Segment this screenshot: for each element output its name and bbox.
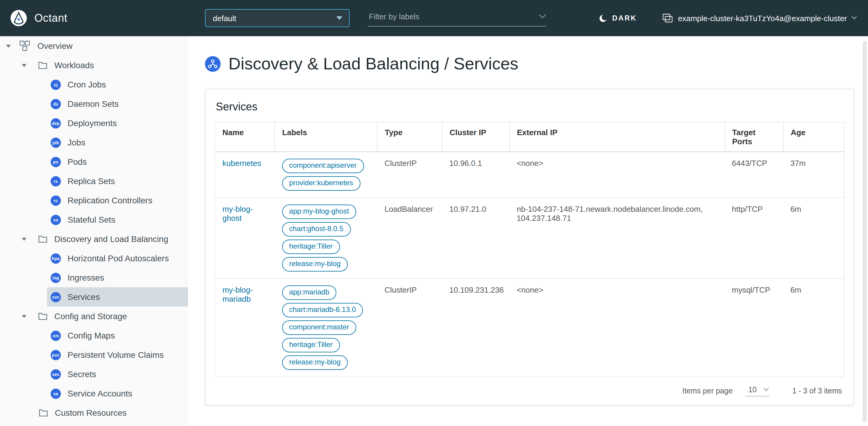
- services-card: Services Name Labels Type Cluster IP Ext…: [205, 89, 854, 405]
- label-badge[interactable]: release:my-blog: [282, 356, 348, 370]
- cell-target-ports: http/TCP: [724, 198, 783, 279]
- folder-icon: [38, 61, 48, 69]
- page-header: Discovery & Load Balancing / Services: [205, 54, 854, 74]
- column-header-cluster-ip: Cluster IP: [442, 122, 509, 152]
- sidebar-group-workloads[interactable]: Workloads: [0, 56, 188, 75]
- theme-toggle-button[interactable]: DARK: [595, 13, 641, 23]
- items-per-page-select[interactable]: 10: [746, 386, 770, 396]
- sidebar-item-deployments[interactable]: dep Deployments: [47, 113, 188, 133]
- label-badge[interactable]: heritage:Tiller: [282, 239, 340, 254]
- label-filter-input[interactable]: [368, 11, 535, 22]
- folder-icon: [38, 408, 48, 417]
- sidebar-item-label: Replication Controllers: [67, 196, 153, 205]
- replication-controller-icon: rc: [51, 195, 61, 205]
- sidebar-navigation: Overview Workloads cj Cron Jobs ds Daemo…: [0, 36, 188, 426]
- table-row: kubernetes component:apiserver provider:…: [215, 152, 844, 198]
- cell-type: LoadBalancer: [377, 198, 442, 279]
- sidebar-item-replication-controllers[interactable]: rc Replication Controllers: [47, 191, 188, 210]
- chevron-down-icon[interactable]: [539, 11, 546, 18]
- job-icon: job: [51, 137, 61, 147]
- collapse-chevron-icon[interactable]: [22, 237, 27, 240]
- sidebar-item-cron-jobs[interactable]: cj Cron Jobs: [47, 75, 188, 94]
- sidebar-item-label: Stateful Sets: [67, 215, 116, 224]
- label-badge[interactable]: component:master: [282, 320, 356, 335]
- label-badge[interactable]: heritage:Tiller: [282, 338, 340, 352]
- folder-icon: [38, 312, 48, 320]
- column-header-labels: Labels: [275, 122, 377, 152]
- table-header-row: Name Labels Type Cluster IP External IP …: [215, 122, 844, 152]
- sidebar-item-service-accounts[interactable]: sa Service Accounts: [47, 384, 188, 403]
- sidebar-item-pods[interactable]: po Pods: [47, 152, 188, 171]
- namespace-select[interactable]: default: [205, 9, 350, 27]
- octant-app-window: Octant default DARK: [0, 0, 868, 426]
- cell-target-ports: mysql/TCP: [724, 279, 783, 377]
- cell-cluster-ip: 10.97.21.0: [442, 198, 509, 279]
- sidebar-item-label: Persistent Volume Claims: [67, 350, 164, 360]
- sidebar-group-custom-resources[interactable]: Custom Resources: [0, 403, 188, 422]
- table-row: my-blog-mariadb app:mariadb chart:mariad…: [215, 279, 844, 377]
- sidebar-item-ingresses[interactable]: ing Ingresses: [47, 268, 188, 287]
- cell-cluster-ip: 10.109.231.236: [442, 279, 509, 377]
- sidebar-item-jobs[interactable]: job Jobs: [47, 133, 188, 152]
- service-link[interactable]: my-blog-ghost: [222, 204, 253, 223]
- sidebar-item-label: Jobs: [67, 138, 85, 147]
- service-icon: svc: [51, 292, 61, 302]
- sidebar-item-daemon-sets[interactable]: ds Daemon Sets: [47, 94, 188, 113]
- sidebar-item-label: Custom Resources: [55, 408, 127, 418]
- cell-cluster-ip: 10.96.0.1: [442, 152, 509, 198]
- services-table: Name Labels Type Cluster IP External IP …: [215, 122, 844, 377]
- label-badge[interactable]: chart:ghost-8.0.5: [282, 222, 350, 236]
- cluster-icon: [662, 13, 673, 23]
- sidebar-item-label: Cron Jobs: [67, 80, 106, 89]
- sidebar-item-label: Daemon Sets: [67, 99, 119, 109]
- collapse-chevron-icon[interactable]: [22, 64, 27, 67]
- sidebar-item-label: Deployments: [67, 118, 117, 128]
- sidebar-item-persistent-volume-claims[interactable]: pvc Persistent Volume Claims: [47, 345, 188, 365]
- cell-age: 6m: [783, 198, 844, 279]
- label-badge[interactable]: app:mariadb: [282, 285, 336, 300]
- labels-stack: component:apiserver provider:kubernetes: [282, 159, 370, 191]
- sidebar-item-config-maps[interactable]: cm Config Maps: [47, 326, 188, 345]
- sidebar-item-replica-sets[interactable]: rs Replica Sets: [47, 171, 188, 191]
- sidebar-item-horizontal-pod-autoscalers[interactable]: hpa Horizontal Pod Autoscalers: [47, 249, 188, 268]
- label-badge[interactable]: release:my-blog: [282, 257, 348, 272]
- cronjob-icon: cj: [51, 79, 61, 90]
- secret-icon: sec: [51, 369, 61, 379]
- moon-icon: [598, 13, 607, 23]
- vertical-scrollbar[interactable]: [863, 41, 867, 422]
- sidebar-item-services[interactable]: svc Services: [47, 287, 188, 307]
- table-pagination: Items per page 10 1 - 3 of 3 items: [215, 377, 844, 405]
- sidebar-item-label: Pods: [67, 157, 87, 167]
- label-badge[interactable]: provider:kubernetes: [282, 176, 360, 191]
- sidebar-item-secrets[interactable]: sec Secrets: [47, 365, 188, 384]
- sidebar-item-label: Horizontal Pod Autoscalers: [67, 253, 169, 263]
- statefulset-icon: ss: [51, 215, 61, 225]
- collapse-chevron-icon[interactable]: [22, 315, 27, 318]
- services-page-icon: [205, 56, 221, 72]
- pvc-icon: pvc: [51, 350, 61, 360]
- collapse-chevron-icon[interactable]: [6, 44, 11, 47]
- label-badge[interactable]: chart:mariadb-6.13.0: [282, 303, 363, 317]
- service-link[interactable]: kubernetes: [222, 159, 261, 168]
- theme-toggle-label: DARK: [612, 14, 637, 22]
- pod-icon: po: [51, 157, 61, 167]
- sidebar-item-label: Services: [67, 292, 100, 302]
- sidebar-item-label: Service Accounts: [67, 389, 132, 398]
- sidebar-group-config-and-storage[interactable]: Config and Storage: [0, 307, 188, 326]
- service-link[interactable]: my-blog-mariadb: [222, 285, 253, 304]
- context-label: example-cluster-ka3TuTzYo4a@example-clus…: [678, 13, 847, 23]
- card-title: Services: [216, 101, 844, 113]
- branding: Octant: [10, 9, 205, 27]
- service-account-icon: sa: [51, 388, 61, 399]
- sidebar-item-stateful-sets[interactable]: ss Stateful Sets: [47, 210, 188, 229]
- sidebar-item-label: Workloads: [54, 60, 94, 70]
- folder-icon: [38, 235, 48, 243]
- label-badge[interactable]: app:my-blog-ghost: [282, 204, 356, 219]
- label-badge[interactable]: component:apiserver: [282, 159, 364, 173]
- sidebar-group-discovery-and-load-balancing[interactable]: Discovery and Load Balancing: [0, 229, 188, 249]
- column-header-type: Type: [377, 122, 442, 152]
- context-selector[interactable]: example-cluster-ka3TuTzYo4a@example-clus…: [662, 13, 856, 23]
- sidebar-item-label: Ingresses: [67, 273, 104, 282]
- sidebar-item-overview[interactable]: Overview: [0, 36, 188, 56]
- sidebar-item-label: Config and Storage: [54, 311, 127, 321]
